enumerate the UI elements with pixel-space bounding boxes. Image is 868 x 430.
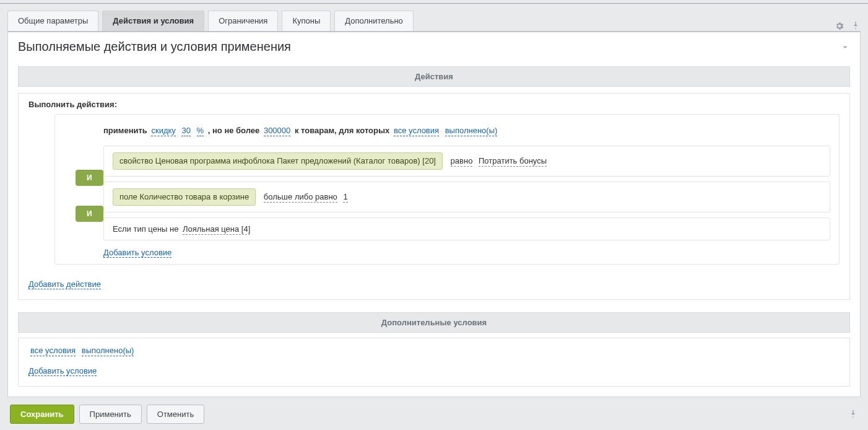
condition1-operator[interactable]: равно: [451, 156, 473, 167]
tabs-row: Общие параметры Действия и условия Огран…: [0, 9, 868, 31]
tab-coupons[interactable]: Купоны: [282, 11, 331, 31]
discount-unit-select[interactable]: %: [197, 126, 204, 136]
condition3-value[interactable]: Лояльная цена [4]: [183, 224, 250, 235]
cancel-button[interactable]: Отменить: [147, 405, 204, 424]
all-conditions-select[interactable]: все условия: [394, 126, 439, 136]
and-connector-1[interactable]: И: [76, 170, 103, 186]
section-actions-title: Действия: [18, 66, 850, 87]
pin-footer-icon[interactable]: [848, 410, 858, 419]
condition1-value[interactable]: Потратить бонусы: [479, 156, 547, 167]
actions-panel: Выполнить действия: применить скидку 30 …: [18, 93, 850, 300]
chevron-down-icon[interactable]: [840, 42, 850, 52]
add-condition-link[interactable]: Добавить условие: [103, 248, 171, 258]
section-additional-title: Дополнительные условия: [18, 312, 850, 333]
perform-actions-label: Выполнить действия:: [28, 100, 840, 109]
condition1-field-chip[interactable]: свойство Ценовая программа инфоблока Пак…: [113, 152, 443, 170]
apply-button[interactable]: Применить: [79, 405, 142, 424]
tab-general[interactable]: Общие параметры: [7, 11, 98, 31]
condition-row-2: поле Количество товара в корзине больше …: [103, 182, 830, 213]
extra-fulfilled-select[interactable]: выполнено(ы): [82, 346, 134, 356]
max-prefix-text: , но не более: [208, 126, 260, 135]
discount-value-input[interactable]: 30: [181, 126, 190, 136]
pin-icon[interactable]: [851, 21, 861, 31]
main-card: Выполняемые действия и условия применени…: [7, 31, 861, 397]
discount-rule-line: применить скидку 30 % , но не более 3000…: [103, 121, 830, 141]
and-connector-2[interactable]: И: [76, 206, 103, 222]
condition3-text: Если тип цены не: [113, 224, 178, 234]
card-header: Выполняемые действия и условия применени…: [8, 32, 860, 61]
fulfilled-select[interactable]: выполнено(ы): [445, 126, 498, 136]
page-title: Выполняемые действия и условия применени…: [18, 40, 291, 54]
max-value-input[interactable]: 300000: [264, 126, 290, 136]
additional-conditions-panel: все условия выполнено(ы) Добавить услови…: [18, 338, 850, 387]
tab-actions-conditions[interactable]: Действия и условия: [102, 11, 204, 31]
add-action-link[interactable]: Добавить действие: [28, 279, 101, 289]
save-button[interactable]: Сохранить: [10, 405, 74, 424]
action-block: применить скидку 30 % , но не более 3000…: [54, 114, 840, 265]
condition2-operator[interactable]: больше либо равно: [264, 192, 337, 203]
condition2-value[interactable]: 1: [343, 192, 347, 203]
extra-add-condition-link[interactable]: Добавить условие: [28, 366, 97, 376]
gear-icon[interactable]: [835, 21, 844, 31]
condition2-field-chip[interactable]: поле Количество товара в корзине: [113, 188, 256, 206]
extra-all-conditions-select[interactable]: все условия: [30, 346, 76, 356]
top-divider: [0, 3, 868, 4]
footer-toolbar: Сохранить Применить Отменить: [0, 397, 868, 430]
to-goods-text: к товарам, для которых: [295, 126, 389, 135]
discount-word-select[interactable]: скидку: [151, 126, 175, 136]
tab-additional[interactable]: Дополнительно: [334, 11, 414, 31]
apply-text: применить: [103, 126, 147, 135]
condition-row-1: свойство Ценовая программа инфоблока Пак…: [103, 146, 830, 177]
tab-restrictions[interactable]: Ограничения: [208, 11, 278, 31]
condition-row-3: Если тип цены не Лояльная цена [4]: [103, 217, 830, 240]
